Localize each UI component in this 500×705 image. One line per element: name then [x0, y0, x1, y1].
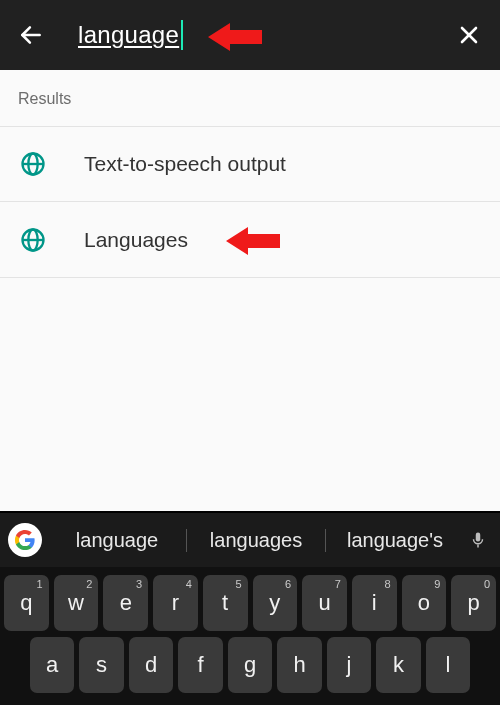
back-button[interactable] [18, 22, 44, 48]
key-j[interactable]: j [327, 637, 372, 693]
key-i[interactable]: i8 [352, 575, 397, 631]
key-y[interactable]: y6 [253, 575, 298, 631]
clear-search-button[interactable] [456, 22, 482, 48]
keyboard-row-1: q1w2e3r4t5y6u7i8o9p0 [4, 575, 496, 631]
key-g[interactable]: g [228, 637, 273, 693]
results-list: Text-to-speech output Languages [0, 126, 500, 278]
key-superscript: 8 [385, 578, 391, 590]
close-icon [457, 23, 481, 47]
key-superscript: 3 [136, 578, 142, 590]
result-item-label: Languages [84, 228, 188, 252]
svg-marker-10 [226, 227, 280, 255]
key-superscript: 6 [285, 578, 291, 590]
key-superscript: 9 [434, 578, 440, 590]
search-input[interactable]: language [78, 20, 456, 50]
google-g-icon [14, 529, 36, 551]
key-superscript: 4 [186, 578, 192, 590]
key-p[interactable]: p0 [451, 575, 496, 631]
svg-rect-11 [477, 545, 479, 548]
on-screen-keyboard: language languages language's q1w2e3r4t5… [0, 511, 500, 705]
keyboard-suggestion[interactable]: languages [186, 529, 325, 552]
key-superscript: 0 [484, 578, 490, 590]
key-q[interactable]: q1 [4, 575, 49, 631]
key-f[interactable]: f [178, 637, 223, 693]
results-header: Results [0, 70, 500, 126]
voice-input-button[interactable] [464, 528, 492, 552]
globe-icon [18, 225, 48, 255]
key-o[interactable]: o9 [402, 575, 447, 631]
key-superscript: 2 [86, 578, 92, 590]
key-l[interactable]: l [426, 637, 471, 693]
key-superscript: 5 [235, 578, 241, 590]
arrow-back-icon [18, 22, 44, 48]
key-e[interactable]: e3 [103, 575, 148, 631]
key-s[interactable]: s [79, 637, 124, 693]
result-item-text-to-speech[interactable]: Text-to-speech output [0, 126, 500, 202]
key-superscript: 7 [335, 578, 341, 590]
keyboard-suggestion[interactable]: language's [325, 529, 464, 552]
annotation-arrow-languages [226, 224, 280, 258]
key-a[interactable]: a [30, 637, 75, 693]
search-input-value: language [78, 21, 179, 49]
key-k[interactable]: k [376, 637, 421, 693]
mic-icon [469, 528, 487, 552]
keyboard-keys: q1w2e3r4t5y6u7i8o9p0 asdfghjkl [0, 567, 500, 705]
keyboard-row-2: asdfghjkl [4, 637, 496, 693]
result-item-languages[interactable]: Languages [0, 202, 500, 278]
key-h[interactable]: h [277, 637, 322, 693]
globe-icon [18, 149, 48, 179]
key-w[interactable]: w2 [54, 575, 99, 631]
key-superscript: 1 [37, 578, 43, 590]
keyboard-suggestion-bar: language languages language's [0, 513, 500, 567]
key-u[interactable]: u7 [302, 575, 347, 631]
text-cursor [181, 20, 183, 50]
keyboard-suggestion[interactable]: language [48, 529, 186, 552]
key-d[interactable]: d [129, 637, 174, 693]
result-item-label: Text-to-speech output [84, 152, 286, 176]
key-r[interactable]: r4 [153, 575, 198, 631]
search-results-panel: Results Text-to-speech output Languages [0, 70, 500, 278]
key-t[interactable]: t5 [203, 575, 248, 631]
search-app-bar: language [0, 0, 500, 70]
google-logo-icon[interactable] [8, 523, 42, 557]
